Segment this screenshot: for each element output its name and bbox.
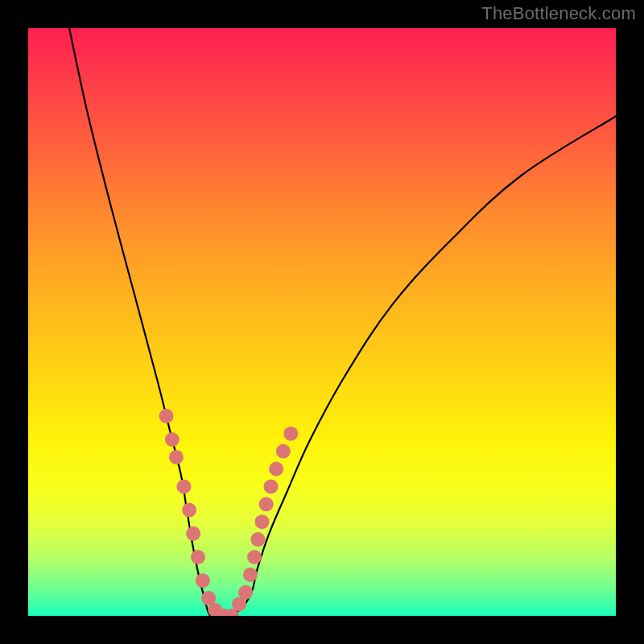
salmon-dot [182, 503, 196, 518]
salmon-dot [263, 479, 278, 493]
salmon-dot [283, 427, 298, 441]
salmon-dot [191, 550, 205, 564]
salmon-dot [165, 432, 180, 447]
salmon-dot [276, 444, 291, 459]
bottleneck-curve [69, 28, 616, 616]
salmon-dot [196, 573, 210, 588]
chart-container: TheBottleneck.com [0, 0, 644, 644]
salmon-dot [176, 479, 191, 493]
salmon-dot [186, 526, 200, 541]
salmon-dot [255, 514, 270, 529]
salmon-dot [247, 550, 262, 564]
plot-area [28, 28, 616, 616]
salmon-dot [169, 450, 184, 464]
salmon-dot [259, 497, 274, 511]
salmon-dot [250, 532, 265, 547]
salmon-dot [243, 568, 258, 582]
salmon-dot [159, 409, 174, 423]
watermark-text: TheBottleneck.com [481, 3, 636, 24]
salmon-dot [238, 585, 253, 600]
chart-svg [28, 28, 616, 616]
salmon-dot [269, 462, 283, 477]
